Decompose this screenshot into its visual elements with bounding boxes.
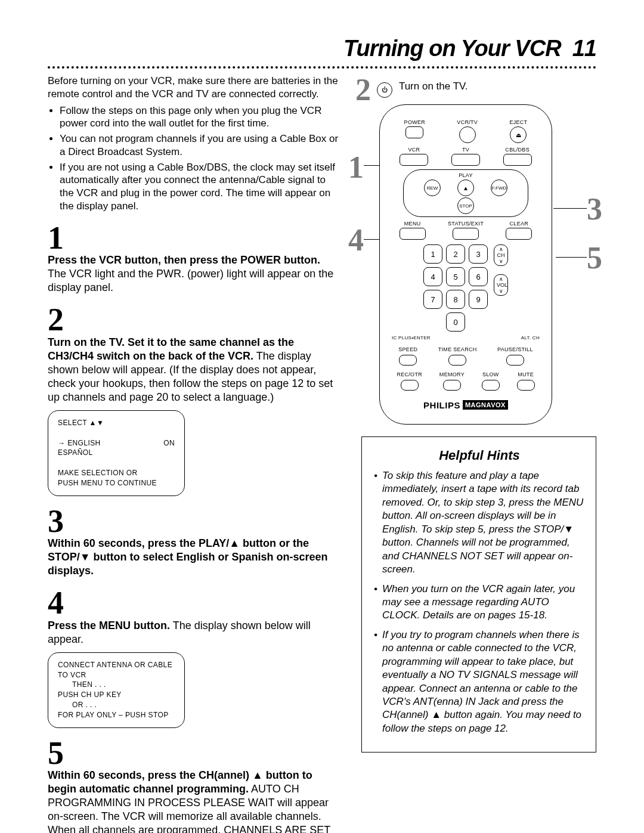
intro-bullet: If you are not using a Cable Box/DBS, th…: [60, 161, 340, 213]
num-3[interactable]: 3: [469, 244, 488, 264]
osd-line: CONNECT ANTENNA OR CABLE: [58, 660, 175, 670]
page-number: 11: [572, 36, 596, 61]
rec-otr-button[interactable]: [401, 380, 419, 391]
osd-line: → ENGLISH ON: [58, 438, 175, 448]
remote-diagram: 2 ⏻ Turn on the TV. 1 4 3 5 POWER: [361, 75, 596, 425]
slow-button[interactable]: [482, 380, 500, 391]
leader-line: [553, 208, 587, 209]
label: ALT. CH: [521, 335, 540, 340]
vcr-tv-button[interactable]: [459, 126, 476, 143]
step-body: The VCR light and the PWR. (power) light…: [48, 268, 333, 293]
mute-button[interactable]: [517, 380, 535, 391]
step-number: 2: [48, 305, 340, 335]
osd-line: TO VCR: [58, 670, 175, 680]
transport-oval: PLAY REW ▲ F.FWD STOP: [403, 169, 528, 217]
osd-line: PUSH MENU TO CONTINUE: [58, 478, 175, 488]
speed-button[interactable]: [399, 355, 417, 366]
remote-outline: POWER VCR/TV EJECT⏏ VCR TV CBL/DBS PLAY …: [379, 104, 552, 425]
label: IC PLUS•ENTER: [392, 335, 431, 340]
right-column: 2 ⏻ Turn on the TV. 1 4 3 5 POWER: [361, 75, 596, 833]
bottom-row-2: REC/OTR MEMORY SLOW MUTE: [388, 371, 543, 391]
hint-item: To skip this feature and play a tape imm…: [382, 469, 585, 577]
play-button[interactable]: ▲: [457, 179, 474, 196]
menu-button[interactable]: [400, 228, 426, 240]
hints-title: Helpful Hints: [374, 448, 585, 463]
num-0[interactable]: 0: [446, 312, 465, 332]
leader-line: [556, 257, 587, 258]
step-heading: Press the VCR button, then press the POW…: [48, 254, 320, 266]
ch-rocker[interactable]: ∧ CH ∨: [494, 244, 508, 266]
osd-line: SELECT ▲▼: [58, 418, 175, 428]
page-title: Turning on Your VCR 11: [48, 36, 596, 61]
memory-button[interactable]: [443, 380, 461, 391]
callout-num: 2: [355, 73, 371, 107]
osd-line: THEN . . .: [58, 680, 175, 690]
osd-language-select: SELECT ▲▼ → ENGLISH ON ESPAÑOL MAKE SELE…: [48, 410, 185, 496]
number-pad: 1 2 3 4 5 6 7 8 9 0: [423, 244, 488, 332]
clear-button[interactable]: [506, 228, 532, 240]
ffwd-button[interactable]: F.FWD: [491, 179, 507, 196]
status-exit-button[interactable]: [453, 228, 479, 240]
eject-button[interactable]: ⏏: [510, 126, 527, 143]
power-button[interactable]: [405, 126, 423, 138]
osd-line: OR . . .: [58, 700, 175, 710]
step2-caption: 2 ⏻ Turn on the TV.: [355, 72, 468, 107]
tv-button[interactable]: [451, 154, 480, 166]
pause-still-button[interactable]: [506, 355, 524, 366]
num-8[interactable]: 8: [446, 290, 465, 309]
stop-button[interactable]: STOP: [457, 197, 474, 214]
osd-line: ESPAÑOL: [58, 448, 175, 458]
brand-logo: PHILIPSMAGNAVOX: [388, 400, 543, 411]
num-7[interactable]: 7: [423, 290, 442, 309]
callout-num: 5: [587, 240, 602, 275]
step-number: 5: [48, 739, 340, 768]
turn-on-tv-text: Turn on the TV.: [399, 80, 468, 92]
intro-bullet-list: Follow the steps on this page only when …: [48, 104, 340, 213]
osd-line: PUSH CH UP KEY: [58, 690, 175, 700]
intro-bullet: You can not program channels if you are …: [60, 132, 340, 159]
osd-connect-antenna: CONNECT ANTENNA OR CABLE TO VCR THEN . .…: [48, 652, 185, 728]
manual-page: Turning on Your VCR 11 Before turning on…: [0, 0, 644, 833]
vol-rocker[interactable]: ∧ VOL ∨: [494, 274, 508, 296]
callout-num: 3: [587, 191, 602, 227]
step-text: Turn on the TV. Set it to the same chann…: [48, 336, 340, 404]
num-1[interactable]: 1: [423, 244, 442, 264]
num-5[interactable]: 5: [446, 267, 465, 286]
num-4[interactable]: 4: [423, 267, 442, 286]
power-icon: ⏻: [377, 82, 392, 98]
callout-num: 4: [348, 222, 364, 258]
callout-num: 1: [348, 150, 364, 185]
hint-item: If you try to program channels when ther…: [382, 628, 585, 736]
osd-line: MAKE SELECTION OR: [58, 468, 175, 478]
num-9[interactable]: 9: [469, 290, 488, 309]
step-text: Press the MENU button. The display shown…: [48, 619, 340, 646]
rew-button[interactable]: REW: [424, 179, 441, 196]
step-number: 4: [48, 589, 340, 618]
num-6[interactable]: 6: [469, 267, 488, 286]
title-text: Turning on Your VCR: [343, 36, 561, 61]
helpful-hints-box: Helpful Hints To skip this feature and p…: [361, 436, 596, 753]
step-number: 3: [48, 507, 340, 536]
hint-item: When you turn on the VCR again later, yo…: [382, 583, 585, 623]
step-heading: Within 60 seconds, press the PLAY/▲ butt…: [48, 537, 328, 577]
divider: [48, 66, 596, 69]
step-text: Press the VCR button, then press the POW…: [48, 253, 340, 295]
num-2[interactable]: 2: [446, 244, 465, 264]
step-text: Within 60 seconds, press the PLAY/▲ butt…: [48, 537, 340, 578]
step-text: Within 60 seconds, press the CH(annel) ▲…: [48, 769, 340, 833]
cbl-dbs-button[interactable]: [503, 154, 532, 166]
bottom-row-1: SPEED TIME SEARCH PAUSE/STILL: [388, 346, 543, 366]
intro-bullet: Follow the steps on this page only when …: [60, 104, 340, 131]
osd-line: FOR PLAY ONLY – PUSH STOP: [58, 710, 175, 720]
step-number: 1: [48, 224, 340, 253]
step-heading: Press the MENU button.: [48, 620, 170, 631]
intro-paragraph: Before turning on your VCR, make sure th…: [48, 75, 340, 101]
left-column: Before turning on your VCR, make sure th…: [48, 75, 340, 833]
vcr-button[interactable]: [400, 154, 428, 166]
time-search-button[interactable]: [448, 355, 466, 366]
